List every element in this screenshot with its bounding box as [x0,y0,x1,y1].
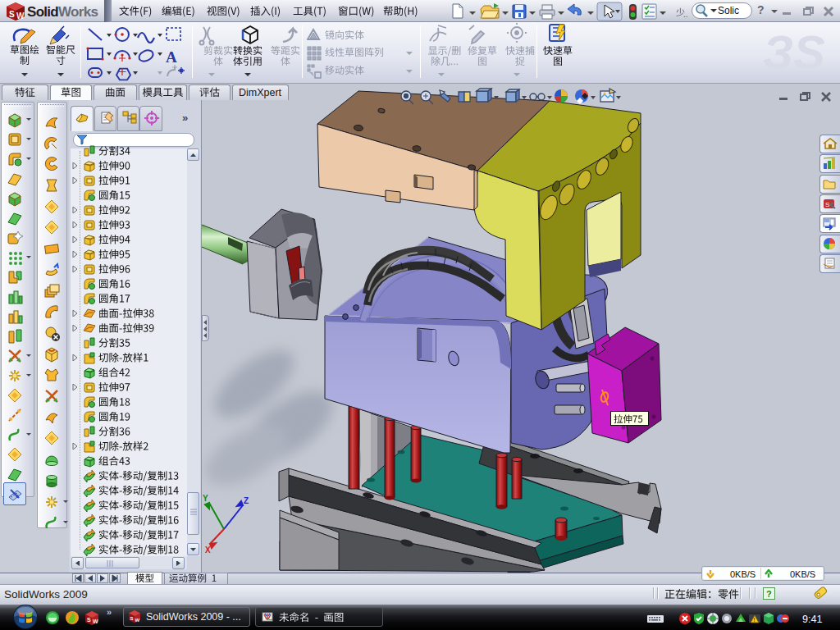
svg-text:W: W [135,618,140,623]
svg-text:Y: Y [203,494,208,503]
svg-text:Z: Z [244,496,249,505]
svg-text:W: W [93,619,98,624]
svg-text:S: S [130,616,134,621]
svg-text:!: ! [754,617,756,623]
svg-text:S: S [87,617,91,623]
svg-text:S: S [825,201,829,208]
svg-text:X: X [205,546,211,555]
